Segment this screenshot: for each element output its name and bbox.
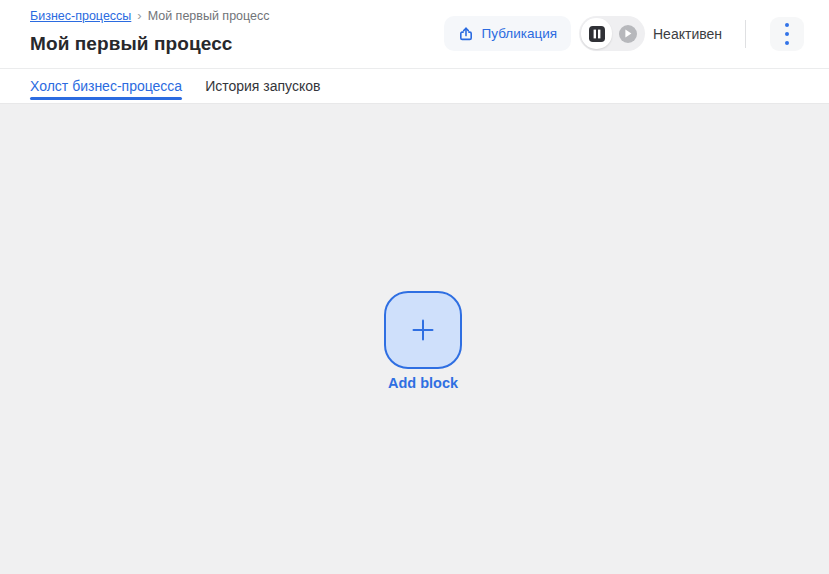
breadcrumb: Бизнес-процессы › Мой первый процесс (30, 8, 270, 23)
more-actions-button[interactable] (770, 17, 804, 51)
header-toolbar: Публикация Неактивен (444, 16, 804, 51)
tab-run-history[interactable]: История запусков (205, 69, 320, 103)
toggle-pause-option[interactable] (581, 18, 612, 49)
play-icon (619, 25, 637, 43)
add-block-container: Add block (384, 291, 462, 391)
kebab-menu-icon (785, 23, 789, 45)
toolbar-divider (745, 20, 746, 48)
add-block-button[interactable] (384, 291, 462, 369)
status-badge: Неактивен (653, 26, 722, 42)
page-header: Бизнес-процессы › Мой первый процесс Мой… (0, 0, 829, 103)
publish-button[interactable]: Публикация (444, 16, 571, 51)
page-title: Мой первый процесс (30, 33, 233, 55)
share-icon (458, 26, 474, 42)
add-block-label: Add block (388, 375, 458, 391)
status-toggle[interactable] (579, 16, 645, 51)
breadcrumb-current: Мой первый процесс (148, 9, 270, 23)
publish-button-label: Публикация (482, 26, 557, 41)
pause-icon (588, 25, 606, 43)
toggle-play-option[interactable] (612, 18, 643, 49)
process-canvas[interactable]: Add block (0, 103, 829, 574)
tab-bar: Холст бизнес-процесса История запусков (0, 68, 829, 103)
app-window: Бизнес-процессы › Мой первый процесс Мой… (0, 0, 829, 574)
plus-icon (410, 317, 436, 343)
tab-process-canvas[interactable]: Холст бизнес-процесса (30, 69, 182, 103)
breadcrumb-chevron-icon: › (137, 8, 141, 23)
breadcrumb-link-processes[interactable]: Бизнес-процессы (30, 9, 131, 23)
